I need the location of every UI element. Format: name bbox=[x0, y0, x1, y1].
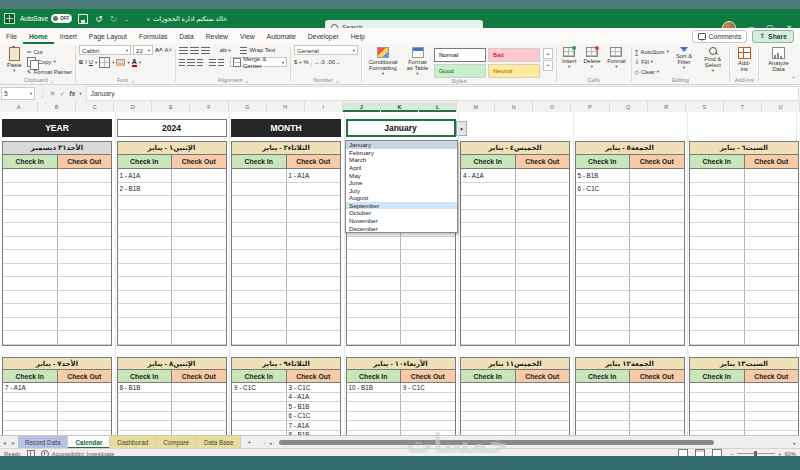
check-in-cell[interactable] bbox=[690, 183, 745, 196]
check-in-cell[interactable] bbox=[576, 237, 631, 250]
check-in-cell[interactable] bbox=[232, 412, 287, 421]
check-in-cell[interactable] bbox=[3, 402, 58, 411]
menu-tab-automate[interactable]: Automate bbox=[261, 28, 302, 44]
check-in-cell[interactable] bbox=[118, 331, 173, 344]
check-in-cell[interactable] bbox=[3, 237, 58, 250]
check-out-cell[interactable] bbox=[58, 210, 112, 223]
check-in-cell[interactable] bbox=[461, 393, 516, 402]
check-in-cell[interactable] bbox=[461, 402, 516, 411]
check-out-cell[interactable] bbox=[287, 331, 341, 344]
align-right-icon[interactable] bbox=[197, 59, 203, 66]
check-out-cell[interactable] bbox=[58, 196, 112, 209]
month-option-august[interactable]: August bbox=[346, 194, 457, 202]
month-option-april[interactable]: April bbox=[346, 164, 457, 172]
check-in-cell[interactable] bbox=[576, 264, 631, 277]
check-in-cell[interactable] bbox=[3, 183, 58, 196]
month-option-december[interactable]: December bbox=[346, 224, 457, 232]
check-out-cell[interactable] bbox=[745, 402, 799, 411]
check-in-cell[interactable] bbox=[690, 264, 745, 277]
borders-icon[interactable] bbox=[99, 57, 110, 68]
column-header-A[interactable]: A bbox=[0, 102, 38, 112]
check-in-cell[interactable] bbox=[232, 237, 287, 250]
check-out-cell[interactable] bbox=[516, 237, 570, 250]
check-out-cell[interactable] bbox=[401, 393, 455, 402]
qat-customize-icon[interactable]: ⌄ bbox=[124, 16, 128, 22]
check-out-cell[interactable] bbox=[516, 210, 570, 223]
cell-style-bad[interactable]: Bad bbox=[488, 48, 540, 62]
check-in-cell[interactable] bbox=[118, 393, 173, 402]
check-out-cell[interactable] bbox=[401, 264, 455, 277]
check-out-cell[interactable] bbox=[287, 277, 341, 290]
check-in-cell[interactable] bbox=[347, 304, 402, 317]
grow-font-button[interactable]: A˄ bbox=[155, 46, 163, 55]
sort-filter-button[interactable]: Sort & Filter▾ bbox=[672, 45, 697, 71]
check-out-cell[interactable] bbox=[516, 183, 570, 196]
formula-expand-icon[interactable]: ▾ bbox=[79, 91, 81, 96]
column-header-S[interactable]: S bbox=[686, 102, 724, 112]
year-label-cell[interactable]: YEAR bbox=[2, 119, 112, 137]
check-in-cell[interactable] bbox=[3, 421, 58, 430]
check-in-cell[interactable]: 5 - B1B bbox=[576, 169, 631, 182]
check-out-cell[interactable] bbox=[58, 183, 112, 196]
menu-tab-page-layout[interactable]: Page Layout bbox=[83, 28, 133, 44]
check-in-cell[interactable] bbox=[3, 264, 58, 277]
check-in-cell[interactable] bbox=[690, 210, 745, 223]
check-out-cell[interactable] bbox=[516, 169, 570, 182]
check-out-cell[interactable] bbox=[745, 383, 799, 392]
check-in-cell[interactable] bbox=[118, 402, 173, 411]
cell-style-neutral[interactable]: Neutral bbox=[488, 64, 540, 78]
check-out-cell[interactable] bbox=[630, 318, 684, 331]
check-out-cell[interactable] bbox=[58, 237, 112, 250]
underline-button[interactable]: U bbox=[89, 58, 93, 67]
check-out-cell[interactable] bbox=[630, 383, 684, 392]
check-out-cell[interactable]: 5 - B1B bbox=[287, 402, 341, 411]
check-in-cell[interactable] bbox=[232, 421, 287, 430]
check-in-cell[interactable] bbox=[3, 169, 58, 182]
check-in-cell[interactable] bbox=[576, 421, 631, 430]
check-in-cell[interactable]: 1 - A1A bbox=[118, 169, 173, 182]
check-out-cell[interactable] bbox=[745, 421, 799, 430]
check-out-cell[interactable] bbox=[401, 250, 455, 263]
align-left-icon[interactable] bbox=[179, 59, 185, 66]
check-out-cell[interactable] bbox=[172, 331, 226, 344]
check-in-cell[interactable] bbox=[118, 196, 173, 209]
font-name-select[interactable]: Calibri▾ bbox=[79, 45, 131, 55]
check-in-cell[interactable] bbox=[690, 393, 745, 402]
check-in-cell[interactable] bbox=[347, 318, 402, 331]
check-out-cell[interactable]: 7 - A1A bbox=[287, 421, 341, 430]
check-in-cell[interactable] bbox=[576, 291, 631, 304]
check-out-cell[interactable] bbox=[172, 196, 226, 209]
check-out-cell[interactable] bbox=[58, 304, 112, 317]
check-in-cell[interactable] bbox=[690, 291, 745, 304]
collapse-ribbon-icon[interactable]: ⌃ bbox=[791, 75, 796, 82]
cancel-icon[interactable]: ✕ bbox=[50, 90, 56, 98]
check-out-cell[interactable] bbox=[172, 250, 226, 263]
check-out-cell[interactable] bbox=[58, 277, 112, 290]
check-in-cell[interactable] bbox=[690, 277, 745, 290]
decrease-decimal-button[interactable]: .00→ bbox=[327, 58, 341, 67]
check-in-cell[interactable] bbox=[461, 318, 516, 331]
check-in-cell[interactable] bbox=[690, 169, 745, 182]
check-in-cell[interactable] bbox=[576, 383, 631, 392]
scroll-track[interactable] bbox=[274, 440, 792, 446]
check-out-cell[interactable] bbox=[172, 421, 226, 430]
check-out-cell[interactable] bbox=[745, 264, 799, 277]
formula-input[interactable]: January bbox=[86, 86, 799, 101]
menu-tab-file[interactable]: File bbox=[0, 28, 23, 44]
check-out-cell[interactable] bbox=[630, 250, 684, 263]
check-in-cell[interactable] bbox=[3, 304, 58, 317]
check-in-cell[interactable] bbox=[576, 223, 631, 236]
delete-cells-button[interactable]: Delete▾ bbox=[581, 45, 602, 70]
check-out-cell[interactable] bbox=[287, 237, 341, 250]
check-out-cell[interactable] bbox=[172, 412, 226, 421]
check-out-cell[interactable] bbox=[401, 421, 455, 430]
check-out-cell[interactable]: 6 - C1C bbox=[287, 412, 341, 421]
check-out-cell[interactable] bbox=[172, 183, 226, 196]
check-out-cell[interactable] bbox=[287, 291, 341, 304]
check-out-cell[interactable] bbox=[58, 264, 112, 277]
check-out-cell[interactable] bbox=[287, 318, 341, 331]
increase-indent-icon[interactable] bbox=[218, 59, 224, 66]
scroll-thumb[interactable] bbox=[279, 440, 714, 445]
check-in-cell[interactable] bbox=[576, 412, 631, 421]
check-out-cell[interactable] bbox=[401, 277, 455, 290]
